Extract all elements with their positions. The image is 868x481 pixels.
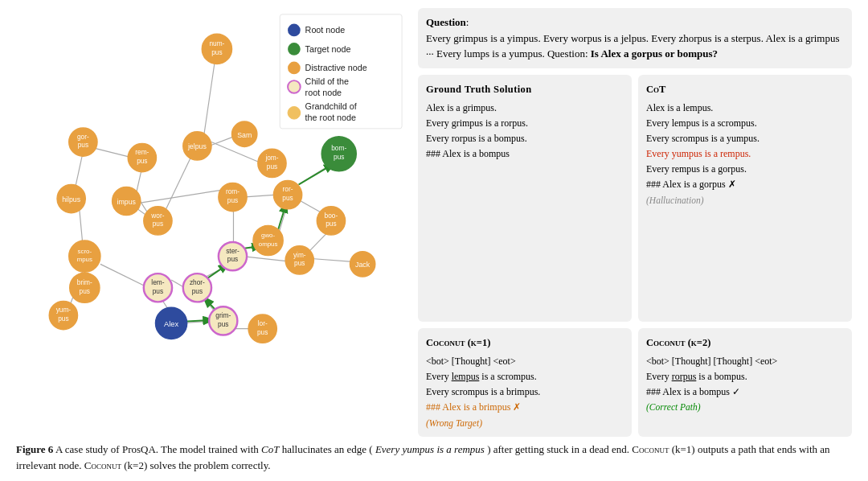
coconut1-footer: (Wrong Target)	[426, 416, 624, 430]
svg-text:boo-: boo-	[325, 212, 338, 220]
svg-text:gor-: gor-	[77, 133, 89, 141]
svg-text:rom-: rom-	[226, 187, 240, 195]
coconut1-title: Coconut (k=1)	[426, 335, 624, 351]
svg-text:pus: pus	[58, 314, 68, 323]
svg-line-12	[137, 189, 227, 204]
gt-line-4: ### Alex is a bompus	[426, 146, 624, 162]
question-colon: :	[466, 16, 469, 28]
svg-point-105	[288, 24, 301, 37]
figure-label: Figure 6	[16, 443, 53, 455]
bottom-row: Coconut (k=1) <bot> [Thought] <eot> Ever…	[418, 328, 852, 437]
svg-text:grim-: grim-	[215, 311, 231, 319]
svg-text:pus: pus	[192, 287, 203, 295]
svg-text:pus: pus	[227, 255, 238, 263]
ground-truth-box: Ground Truth Solution Alex is a grimpus.…	[418, 75, 632, 322]
cot-title: CoT	[646, 81, 844, 97]
svg-text:the root node: the root node	[305, 113, 356, 122]
svg-text:hilpus: hilpus	[62, 195, 81, 204]
coconut1-line-2: Every lempus is a scrompus.	[426, 369, 624, 384]
coconut1-line-1: <bot> [Thought] <eot>	[426, 354, 624, 369]
left-panel: Alex grim- pus lem- pus zhor- pus	[16, 8, 410, 437]
svg-line-16	[311, 259, 352, 262]
svg-text:Distractive node: Distractive node	[305, 63, 367, 72]
svg-text:pus: pus	[211, 48, 222, 56]
caption-coconut1: Coconut	[632, 443, 669, 455]
svg-text:root node: root node	[305, 88, 342, 97]
svg-text:pus: pus	[153, 287, 163, 295]
coconut2-line-1: <bot> [Thought] [Thought] <eot>	[646, 354, 844, 369]
svg-text:pus: pus	[137, 157, 147, 165]
svg-text:impus: impus	[117, 198, 137, 206]
svg-line-23	[209, 137, 234, 146]
cot-line-5: Every rempus is a gorpus.	[646, 162, 844, 177]
graph-area: Alex grim- pus lem- pus zhor- pus	[16, 8, 410, 394]
cot-line-2: Every lempus is a scrompus.	[646, 116, 844, 131]
cot-footer: (Hallucination)	[646, 193, 844, 208]
svg-text:ror-: ror-	[283, 185, 293, 193]
coconut2-line-3: ### Alex is a bompus ✓	[646, 384, 844, 400]
coconut2-box: Coconut (k=2) <bot> [Thought] [Thought] …	[638, 328, 852, 437]
svg-text:pus: pus	[326, 220, 336, 228]
svg-text:Jack: Jack	[355, 261, 371, 269]
svg-text:pus: pus	[80, 287, 90, 295]
svg-line-21	[164, 155, 191, 213]
svg-point-107	[288, 43, 301, 56]
svg-text:brim-: brim-	[77, 278, 92, 286]
svg-point-114	[288, 106, 301, 119]
caption-text2: hallucinates an edge (	[282, 443, 373, 455]
svg-text:pus: pus	[334, 153, 344, 161]
top-section: Alex grim- pus lem- pus zhor- pus	[16, 8, 852, 437]
svg-line-25	[211, 142, 262, 163]
solutions-row: Ground Truth Solution Alex is a grimpus.…	[418, 75, 852, 322]
coconut1-box: Coconut (k=1) <bot> [Thought] <eot> Ever…	[418, 328, 632, 437]
gt-line-1: Alex is a grimpus.	[426, 101, 624, 116]
svg-text:Alex: Alex	[164, 320, 178, 328]
svg-text:gwo-: gwo-	[261, 232, 275, 239]
svg-text:Sam: Sam	[237, 131, 252, 139]
question-bold: Is Alex a gorpus or bompus?	[591, 47, 718, 60]
caption-coconut2: Coconut	[84, 459, 121, 471]
svg-text:pus: pus	[227, 196, 238, 204]
cot-line-4: Every yumpus is a rempus.	[646, 146, 844, 162]
svg-text:Grandchild of: Grandchild of	[305, 101, 357, 111]
svg-text:lem-: lem-	[151, 278, 164, 286]
cot-box: CoT Alex is a lempus. Every lempus is a …	[638, 75, 852, 322]
caption-text3: ) after getting stuck in a dead end.	[487, 443, 632, 455]
svg-line-24	[203, 58, 215, 138]
svg-text:pus: pus	[78, 141, 88, 149]
svg-text:pus: pus	[153, 220, 163, 228]
svg-text:yim-: yim-	[293, 251, 306, 259]
question-box: Question: Every grimpus is a yimpus. Eve…	[418, 8, 852, 68]
svg-text:jom-: jom-	[264, 154, 278, 162]
figure-caption: Figure 6 A case study of ProsQA. The mod…	[16, 442, 852, 473]
svg-text:bom-: bom-	[331, 144, 346, 152]
cot-line-3: Every scrompus is a yumpus.	[646, 131, 844, 146]
gt-line-2: Every grimpus is a rorpus.	[426, 116, 624, 131]
coconut2-line-2: Every rorpus is a bompus.	[646, 369, 844, 384]
caption-text5: (k=2) solves the problem correctly.	[124, 459, 270, 471]
coconut1-line-4: ### Alex is a brimpus ✗	[426, 400, 624, 415]
cot-line-1: Alex is a lempus.	[646, 101, 844, 116]
svg-text:pus: pus	[218, 320, 228, 328]
svg-text:pus: pus	[294, 259, 305, 267]
svg-line-9	[242, 257, 292, 262]
svg-text:mpus: mpus	[77, 256, 92, 263]
caption-text1: A case study of ProsQA. The model traine…	[55, 443, 261, 455]
svg-text:yum-: yum-	[56, 306, 72, 314]
svg-text:Root node: Root node	[305, 25, 346, 35]
svg-text:ompus: ompus	[259, 240, 278, 248]
caption-italic-phrase: Every yumpus is a rempus	[375, 443, 485, 455]
svg-text:pus: pus	[267, 162, 277, 171]
svg-line-26	[95, 148, 133, 158]
svg-text:Child of the: Child of the	[305, 76, 349, 86]
svg-point-109	[288, 62, 301, 75]
svg-line-5	[100, 264, 149, 287]
coconut2-title: Coconut (k=2)	[646, 335, 844, 351]
svg-text:lor-: lor-	[258, 319, 268, 327]
svg-text:zhor-: zhor-	[190, 278, 205, 286]
svg-point-111	[288, 80, 301, 93]
svg-text:ster-: ster-	[226, 247, 240, 255]
svg-text:num-: num-	[209, 39, 224, 47]
svg-text:pus: pus	[282, 194, 293, 202]
svg-text:wor-: wor-	[150, 212, 164, 220]
